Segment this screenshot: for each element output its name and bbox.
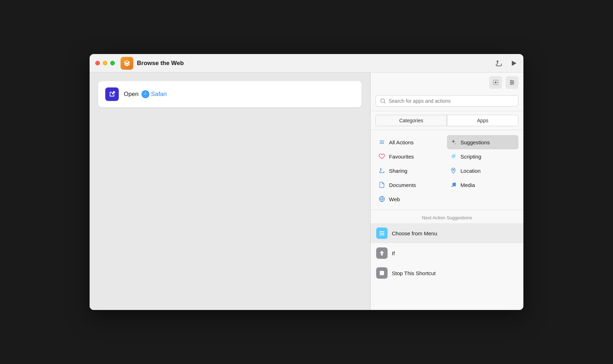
location-icon: [450, 167, 457, 174]
svg-rect-26: [379, 233, 384, 234]
action-verb: Open: [124, 91, 139, 98]
choose-menu-icon: [379, 230, 385, 236]
minimize-button[interactable]: [103, 61, 107, 65]
sparkle-icon: [450, 139, 457, 146]
open-action-icon: [108, 90, 116, 98]
svg-point-23: [453, 169, 454, 171]
svg-point-14: [512, 82, 513, 83]
svg-rect-25: [379, 231, 384, 232]
categories-section: All Actions Suggestions: [371, 130, 523, 210]
sparkle-add-icon: [492, 79, 499, 86]
category-favourites[interactable]: Favourites: [375, 149, 447, 164]
titlebar: Browse the Web: [90, 54, 523, 73]
suggestion-if[interactable]: If: [371, 243, 523, 263]
settings-button[interactable]: [506, 76, 518, 89]
search-wrapper[interactable]: [375, 95, 518, 107]
tab-categories[interactable]: Categories: [375, 115, 447, 126]
shortcuts-icon: [123, 59, 131, 67]
titlebar-actions: [495, 59, 518, 67]
window-title: Browse the Web: [137, 60, 184, 67]
music-icon: [450, 181, 457, 188]
category-documents[interactable]: Documents: [375, 178, 447, 192]
svg-point-13: [511, 80, 512, 82]
doc-icon: [378, 181, 385, 188]
category-scripting[interactable]: Scripting: [447, 149, 518, 164]
if-icon-box: [376, 247, 388, 259]
traffic-lights: [95, 61, 115, 65]
main-window: Browse the Web: [90, 54, 523, 310]
sliders-icon: [509, 79, 515, 86]
diamond-icon: [450, 153, 457, 160]
svg-point-15: [511, 84, 512, 85]
action-app-badge[interactable]: Safari: [142, 90, 167, 98]
suggestions-section: Next Action Suggestions Choose from Menu: [371, 210, 523, 310]
play-button[interactable]: [510, 59, 518, 67]
search-icon: [380, 98, 386, 104]
tab-apps[interactable]: Apps: [447, 115, 518, 126]
heart-icon: [378, 153, 385, 160]
share-icon: [378, 167, 385, 174]
list-icon: [378, 139, 385, 146]
stop-shortcut-icon-box: [376, 267, 388, 279]
action-text: Open: [124, 90, 167, 98]
svg-point-16: [381, 99, 385, 103]
sidebar: Categories Apps All Actions: [371, 73, 523, 310]
svg-rect-27: [379, 235, 384, 235]
if-icon: [379, 250, 385, 256]
web-icon: [378, 196, 385, 203]
categories-grid: All Actions Suggestions: [375, 135, 518, 206]
category-web[interactable]: Web: [375, 192, 447, 206]
action-card[interactable]: Open: [98, 81, 362, 107]
svg-marker-1: [512, 60, 517, 66]
app-icon: [121, 57, 133, 70]
suggestion-choose-from-menu[interactable]: Choose from Menu: [371, 223, 523, 243]
category-sharing[interactable]: Sharing: [375, 164, 447, 178]
category-all-actions[interactable]: All Actions: [375, 135, 447, 149]
stop-shortcut-icon: [379, 270, 385, 276]
tabs-row: Categories Apps: [371, 111, 523, 130]
category-media[interactable]: Media: [447, 178, 518, 192]
svg-line-17: [384, 102, 385, 103]
suggestions-header: Next Action Suggestions: [371, 210, 523, 223]
safari-icon: [142, 90, 149, 98]
search-input[interactable]: [389, 98, 514, 104]
category-location[interactable]: Location: [447, 164, 518, 178]
suggestion-stop-shortcut[interactable]: Stop This Shortcut: [371, 263, 523, 283]
share-button[interactable]: [495, 59, 503, 67]
maximize-button[interactable]: [110, 61, 115, 65]
editor-area: Open: [90, 73, 371, 310]
category-suggestions[interactable]: Suggestions: [447, 135, 518, 149]
add-action-button[interactable]: [489, 76, 502, 89]
action-app-name: Safari: [151, 91, 167, 98]
action-card-icon: [105, 87, 119, 101]
svg-rect-28: [380, 271, 384, 275]
close-button[interactable]: [95, 61, 100, 65]
choose-menu-icon-box: [376, 228, 388, 239]
sidebar-top-row: [371, 73, 523, 91]
search-bar: [371, 91, 523, 111]
content-area: Open: [90, 73, 523, 310]
